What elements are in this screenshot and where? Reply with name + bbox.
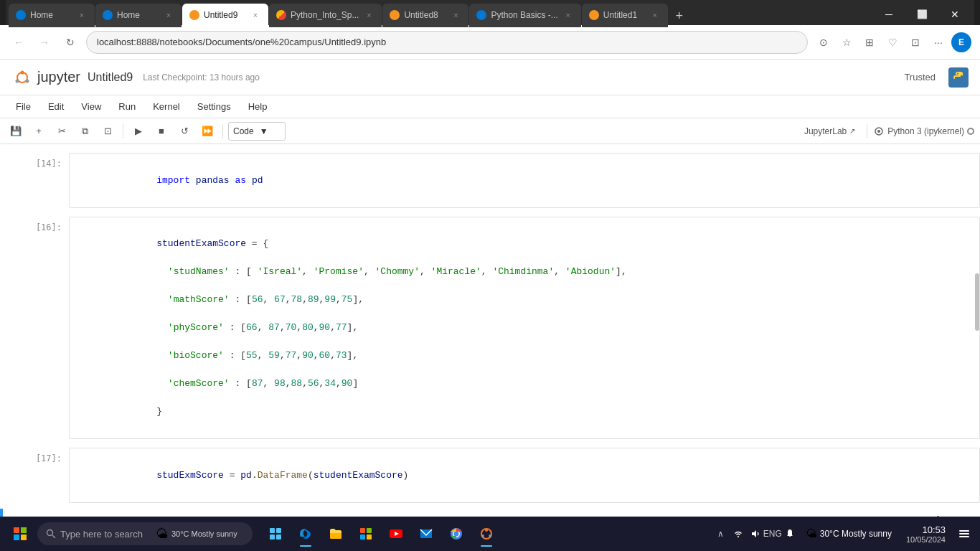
tab-untitled8[interactable]: Untitled8 × bbox=[382, 4, 468, 27]
chrome-icon bbox=[449, 527, 463, 541]
network-icon[interactable] bbox=[731, 527, 745, 541]
menu-file[interactable]: File bbox=[9, 98, 38, 115]
cell-18-prompt-input: [18]: bbox=[11, 512, 69, 517]
tab-close-untitled9[interactable]: × bbox=[250, 9, 261, 21]
svg-rect-6 bbox=[14, 527, 19, 533]
split-icon[interactable]: ⊞ bbox=[859, 32, 880, 52]
store-button[interactable] bbox=[352, 519, 380, 548]
back-button[interactable]: ← bbox=[9, 32, 29, 52]
forward-button[interactable]: → bbox=[34, 32, 55, 52]
minimize-button[interactable]: ─ bbox=[872, 2, 905, 27]
copy-cell-button[interactable]: ⧉ bbox=[878, 512, 894, 517]
restart-run-button[interactable]: ⏩ bbox=[197, 121, 217, 141]
jupyter-logo-svg bbox=[11, 67, 33, 88]
cell-17-prompt: [17]: bbox=[11, 448, 69, 503]
chevron-up-icon[interactable]: ∧ bbox=[714, 527, 728, 541]
toolbar-sep1 bbox=[123, 124, 123, 138]
tab-home1[interactable]: Home × bbox=[9, 4, 95, 27]
copy-button[interactable]: ⧉ bbox=[75, 121, 95, 141]
more-icon[interactable]: ··· bbox=[928, 32, 948, 52]
cell-17-content[interactable]: studExmScore = pd.DataFrame(studentExamS… bbox=[69, 448, 980, 503]
jupyterlab-button[interactable]: JupyterLab ↗ bbox=[798, 124, 861, 138]
paste-button[interactable]: ⊡ bbox=[98, 121, 118, 141]
svg-point-25 bbox=[454, 532, 459, 537]
task-view-button[interactable] bbox=[261, 519, 290, 548]
tab-python-basics[interactable]: Python Basics -... × bbox=[469, 4, 580, 27]
tab-bar: Home × Home × Untitled9 × Python_Into_Sp… bbox=[6, 0, 974, 27]
scroll-thumb[interactable] bbox=[975, 273, 979, 331]
cell-14-content[interactable]: import pandas as pd bbox=[69, 153, 980, 208]
move-down-button[interactable]: ↓ bbox=[913, 512, 928, 517]
youtube-button[interactable] bbox=[382, 519, 410, 548]
edge-copilot-icon[interactable]: E bbox=[951, 32, 971, 52]
cell-17-input[interactable]: studExmScore = pd.DataFrame(studentExamS… bbox=[69, 448, 980, 503]
favorites-icon[interactable]: ♡ bbox=[882, 32, 903, 52]
tab-label-python-basics: Python Basics -... bbox=[491, 10, 557, 20]
restart-button[interactable]: ↺ bbox=[174, 121, 194, 141]
new-tab-button[interactable]: + bbox=[669, 6, 690, 27]
svg-rect-8 bbox=[14, 534, 19, 540]
reader-icon[interactable]: ⊙ bbox=[814, 32, 834, 52]
mail-button[interactable] bbox=[412, 519, 440, 548]
kernel-name: Python 3 (ipykernel) bbox=[887, 126, 964, 136]
menu-edit[interactable]: Edit bbox=[41, 98, 71, 115]
jupyter-taskbar-button[interactable] bbox=[472, 519, 501, 548]
tab-close-untitled8[interactable]: × bbox=[450, 9, 461, 21]
cut-button[interactable]: ✂ bbox=[52, 121, 72, 141]
close-button[interactable]: ✕ bbox=[938, 2, 971, 27]
cell-more-button[interactable]: ≡ bbox=[947, 512, 963, 517]
interrupt-button[interactable]: ■ bbox=[151, 121, 171, 141]
download-button[interactable]: ⬇ bbox=[930, 512, 946, 517]
svg-point-10 bbox=[47, 530, 53, 536]
cell-14-input[interactable]: import pandas as pd bbox=[69, 153, 980, 208]
menu-kernel[interactable]: Kernel bbox=[146, 98, 187, 115]
menu-view[interactable]: View bbox=[74, 98, 108, 115]
menu-run[interactable]: Run bbox=[111, 98, 143, 115]
tab-close-home1[interactable]: × bbox=[76, 9, 88, 21]
clock[interactable]: 10:53 10/05/2024 bbox=[906, 524, 951, 544]
kernel-settings-icon[interactable] bbox=[873, 126, 885, 137]
menu-help[interactable]: Help bbox=[241, 98, 275, 115]
tab-close-python-intro[interactable]: × bbox=[363, 9, 374, 21]
edge-taskbar-button[interactable] bbox=[291, 519, 320, 548]
svg-rect-15 bbox=[276, 534, 281, 540]
notification-center-icon bbox=[958, 528, 970, 540]
run-button[interactable]: ▶ bbox=[128, 121, 149, 141]
tab-favicon-untitled1 bbox=[589, 10, 599, 20]
volume-icon[interactable] bbox=[748, 527, 763, 541]
notification-icon[interactable] bbox=[783, 527, 797, 541]
tab-close-home2[interactable]: × bbox=[163, 9, 174, 21]
tab-close-python-basics[interactable]: × bbox=[562, 9, 574, 21]
tab-close-untitled1[interactable]: × bbox=[649, 9, 661, 21]
menu-settings[interactable]: Settings bbox=[190, 98, 238, 115]
svg-rect-13 bbox=[276, 528, 281, 533]
tab-python-intro[interactable]: Python_Into_Sp... × bbox=[269, 4, 382, 27]
cell-type-dropdown[interactable]: Code ▼ bbox=[228, 122, 286, 141]
cell-16-input[interactable]: studentExamScore = { 'studNames' : [ 'Is… bbox=[69, 217, 980, 440]
tab-untitled1[interactable]: Untitled1 × bbox=[582, 4, 668, 27]
add-cell-button[interactable]: + bbox=[29, 121, 49, 141]
tab-untitled9[interactable]: Untitled9 × bbox=[182, 4, 268, 27]
tab-favicon-home2 bbox=[103, 10, 113, 20]
bookmark-icon[interactable]: ☆ bbox=[837, 32, 857, 52]
kernel-status-circle bbox=[967, 128, 974, 135]
save-button[interactable]: 💾 bbox=[6, 121, 26, 141]
maximize-button[interactable]: ⬜ bbox=[905, 2, 938, 27]
scrollbar[interactable] bbox=[974, 273, 980, 517]
kernel-info: Python 3 (ipykernel) bbox=[887, 126, 974, 136]
chrome-button[interactable] bbox=[442, 519, 471, 548]
notebook-content[interactable]: [14]: import pandas as pd [16]: bbox=[0, 144, 980, 517]
cell-16-content[interactable]: studentExamScore = { 'studNames' : [ 'Is… bbox=[69, 217, 980, 440]
address-input[interactable] bbox=[86, 31, 808, 54]
move-up-button[interactable]: ↑ bbox=[895, 512, 911, 517]
collection-icon[interactable]: ⊡ bbox=[905, 32, 925, 52]
cell-18-input-content[interactable]: ⧉ ↑ ↓ ⬇ ≡ 🗑 studExmScore bbox=[69, 512, 980, 517]
notification-center-button[interactable] bbox=[954, 524, 974, 544]
keyboard-icon[interactable]: ENG bbox=[765, 527, 780, 541]
search-bar[interactable]: Type here to search 🌤 30°C Mostly sunny bbox=[37, 522, 253, 545]
file-explorer-button[interactable] bbox=[321, 519, 350, 548]
refresh-button[interactable]: ↻ bbox=[60, 32, 80, 52]
weather-tray[interactable]: 🌤 30°C Mostly sunny bbox=[800, 527, 897, 540]
tab-home2[interactable]: Home × bbox=[95, 4, 182, 27]
start-button[interactable] bbox=[6, 519, 34, 548]
